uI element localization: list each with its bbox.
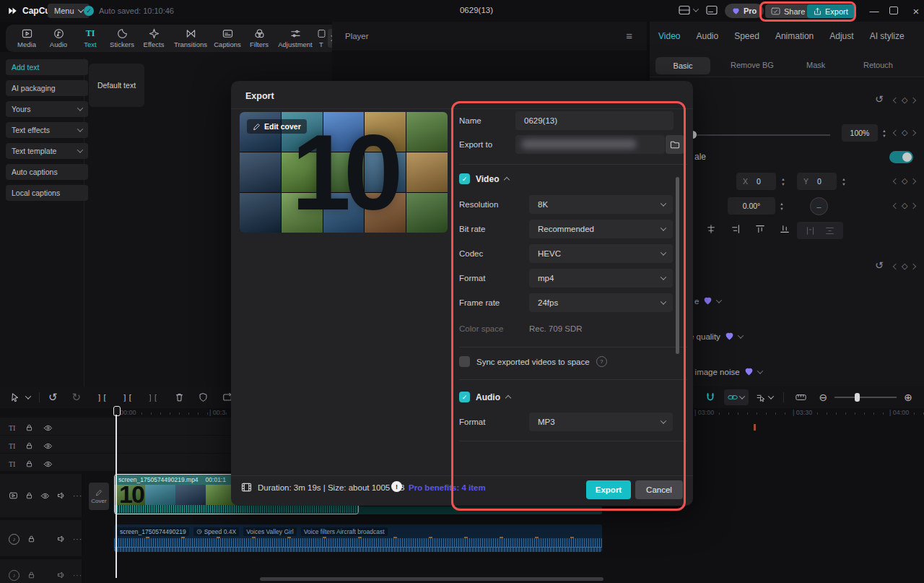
tab-adjustment[interactable]: Adjustment [276, 28, 315, 48]
subtab-basic[interactable]: Basic [655, 57, 710, 74]
lock-icon[interactable] [27, 571, 35, 579]
speaker-icon[interactable] [57, 491, 66, 500]
snapping-icon[interactable] [705, 392, 715, 402]
keyframe-control[interactable]: ◇ [894, 128, 915, 137]
sidebar-item-text-effects[interactable]: Text effects [6, 122, 88, 138]
lock-icon[interactable] [25, 491, 33, 500]
share-button[interactable]: Share [765, 4, 811, 18]
keyframe-diamond-icon[interactable]: ◇ [902, 95, 907, 105]
tab-speed[interactable]: Speed [734, 31, 759, 41]
tab-audio[interactable]: Audio [43, 28, 74, 48]
lock-icon[interactable] [25, 441, 33, 450]
more-options-icon[interactable]: ··· [73, 571, 82, 579]
edit-cover-badge[interactable]: Edit cover [247, 119, 307, 134]
chevron-left-icon[interactable] [893, 97, 899, 103]
reset-icon[interactable]: ↺ [875, 93, 884, 105]
subtab-mask[interactable]: Mask [806, 61, 825, 69]
tab-media[interactable]: Media [12, 28, 42, 48]
align-bottom-icon[interactable] [780, 224, 790, 234]
sidebar-item-auto-captions[interactable]: Auto captions [6, 164, 88, 180]
dialog-scrollbar[interactable] [676, 177, 679, 354]
sidebar-item-add-text[interactable]: Add text [6, 59, 88, 75]
split-icon[interactable]: ][ [122, 393, 133, 402]
audio-format-select[interactable]: MP3 [529, 413, 673, 431]
tab-ai-stylize[interactable]: AI stylize [870, 31, 905, 41]
audio-checkbox[interactable]: ✓ [459, 392, 470, 402]
link-toggle[interactable] [724, 389, 749, 405]
sidebar-item-ai-packaging[interactable]: AI packaging [6, 80, 88, 96]
chevron-right-icon[interactable] [910, 97, 916, 103]
sync-to-space-row[interactable]: Sync exported videos to space ? [459, 356, 607, 367]
align-center-horizontal-icon[interactable] [706, 224, 716, 234]
eye-icon[interactable] [43, 442, 53, 450]
playhead-handle[interactable] [113, 406, 121, 416]
audio-clip[interactable]: screen_1750574490219 Speed 0.4X Voices V… [114, 524, 602, 552]
position-x-stepper[interactable]: ▴▾ [778, 173, 788, 190]
position-y-stepper[interactable]: ▴▾ [839, 173, 849, 190]
tab-animation[interactable]: Animation [775, 31, 814, 41]
keyframe-control[interactable]: ◇ [894, 95, 915, 105]
scale-stepper[interactable]: ▴▾ [879, 124, 889, 142]
distribute-horizontal-icon[interactable] [806, 226, 815, 236]
minimize-button[interactable]: — [865, 6, 884, 17]
rotate-stepper[interactable]: ▴▾ [777, 197, 787, 215]
align-right-icon[interactable] [731, 224, 741, 234]
export-confirm-button[interactable]: Export [586, 480, 631, 499]
help-icon[interactable]: ? [596, 356, 607, 367]
default-text-card[interactable]: Default text [89, 64, 144, 107]
playhead-line[interactable] [116, 415, 117, 578]
pro-benefits-link[interactable]: Pro benefits: 4 item [409, 483, 486, 492]
position-y-field[interactable]: Y0 [797, 173, 837, 190]
sidebar-item-text-template[interactable]: Text template [6, 143, 88, 159]
keyframe-control[interactable]: ◇ [894, 262, 915, 271]
name-input[interactable]: 0629(13) [515, 111, 674, 130]
sync-checkbox[interactable] [459, 356, 470, 367]
menu-button[interactable]: Menu [48, 4, 90, 18]
zoom-out-icon[interactable]: ⊖ [819, 392, 828, 403]
close-button[interactable]: × [907, 5, 924, 17]
uniform-scale-toggle[interactable] [889, 151, 913, 163]
more-options-icon[interactable]: ··· [73, 492, 82, 500]
scale-value-field[interactable]: 100% [842, 124, 878, 142]
tab-captions[interactable]: Captions [212, 28, 243, 48]
timeline-zoom-slider[interactable] [834, 389, 897, 405]
align-top-icon[interactable] [755, 224, 765, 234]
lock-icon[interactable] [27, 535, 35, 543]
pro-feature-row[interactable]: e [694, 296, 721, 306]
timeline-marker[interactable] [754, 424, 756, 431]
zoom-in-icon[interactable]: ⊕ [904, 392, 912, 403]
pro-button[interactable]: Pro [725, 4, 764, 18]
rotate-value-field[interactable]: 0.00° [728, 197, 775, 215]
format-select[interactable]: mp4 [529, 269, 673, 288]
tab-audio-props[interactable]: Audio [696, 31, 718, 41]
browse-folder-button[interactable] [666, 135, 684, 154]
export-to-input[interactable] [515, 135, 665, 154]
pro-feature-row[interactable]: e image noise [688, 367, 762, 376]
keyframe-control[interactable]: ◇ [894, 201, 915, 210]
tab-adjust[interactable]: Adjust [829, 31, 853, 41]
layout-panel-icon[interactable] [679, 5, 690, 15]
more-options-icon[interactable]: ··· [73, 535, 82, 543]
sidebar-item-yours[interactable]: Yours [6, 101, 88, 117]
framerate-select[interactable]: 24fps [529, 293, 673, 312]
reset-icon[interactable]: ↺ [875, 259, 884, 271]
bitrate-select[interactable]: Recommended [529, 220, 673, 238]
delete-icon[interactable] [175, 392, 184, 402]
eye-icon[interactable] [43, 424, 53, 432]
maximize-button[interactable] [889, 7, 898, 14]
speaker-icon[interactable] [57, 535, 66, 543]
keyframe-control[interactable]: ◇ [894, 176, 915, 186]
chevron-down-icon[interactable] [693, 6, 699, 12]
split-left-icon[interactable]: ][ [97, 393, 108, 402]
lock-icon[interactable] [25, 459, 33, 468]
player-menu-icon[interactable]: ≡ [626, 30, 632, 42]
select-tool-icon[interactable] [10, 392, 20, 403]
lock-icon[interactable] [25, 423, 33, 432]
video-section-header[interactable]: ✓ Video [459, 173, 509, 184]
distribute-vertical-icon[interactable] [825, 226, 834, 236]
scale-slider-track[interactable] [692, 134, 830, 136]
redo-icon[interactable]: ↻ [72, 391, 82, 404]
eye-icon[interactable] [40, 492, 50, 500]
cover-thumbnail[interactable]: 10 Edit cover [240, 112, 448, 233]
tab-video[interactable]: Video [658, 31, 680, 41]
